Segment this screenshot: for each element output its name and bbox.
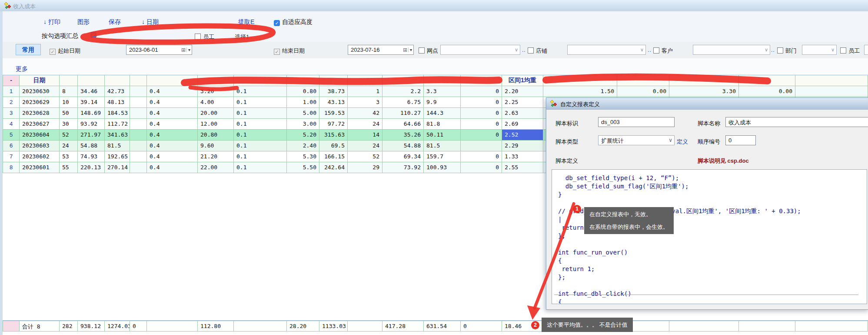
script-name-input[interactable]: 收入成本 xyxy=(725,117,868,127)
table-cell[interactable]: 20230604 xyxy=(20,130,60,141)
save-button[interactable]: 保存 xyxy=(109,18,121,26)
table-cell[interactable]: 54.88 xyxy=(78,141,105,151)
row-number-cell[interactable]: 1 xyxy=(3,86,20,97)
totals-cell[interactable]: 28.20 xyxy=(287,321,319,332)
column-header[interactable] xyxy=(78,75,105,86)
table-cell[interactable]: 12.00 xyxy=(198,119,234,130)
table-cell[interactable]: 30 xyxy=(60,119,78,130)
table-cell[interactable]: 64.66 xyxy=(382,119,424,130)
table-cell[interactable] xyxy=(130,97,147,108)
table-cell[interactable]: 0.1 xyxy=(234,86,287,97)
end-date-input[interactable]: 2023-07-16 ⊞ ▾ xyxy=(348,45,414,55)
totals-cell[interactable]: 631.54 xyxy=(424,321,461,332)
table-cell[interactable]: 34.46 xyxy=(78,86,105,97)
table-cell[interactable]: 3 xyxy=(348,97,382,108)
row-number-cell[interactable]: 2 xyxy=(3,97,20,108)
table-cell[interactable]: 0.4 xyxy=(147,108,198,119)
table-cell[interactable]: 2.29 xyxy=(502,141,543,151)
column-header[interactable] xyxy=(795,75,868,86)
site-more-button[interactable]: .. xyxy=(522,47,526,53)
table-cell[interactable]: 100.93 xyxy=(424,162,461,173)
totals-cell[interactable] xyxy=(234,321,287,332)
print-button[interactable]: ↓打印 xyxy=(43,18,60,26)
table-cell[interactable]: 159.7 xyxy=(424,151,461,162)
table-cell[interactable]: 1.50 xyxy=(543,86,617,97)
table-cell[interactable]: 0.4 xyxy=(147,162,198,173)
table-cell[interactable]: 38.73 xyxy=(319,86,348,97)
table-cell[interactable]: 148.69 xyxy=(78,108,105,119)
define-link[interactable]: 定义 xyxy=(677,138,688,146)
totals-cell[interactable]: 1274.03 xyxy=(105,321,130,332)
table-cell[interactable]: 97.72 xyxy=(319,119,348,130)
table-cell[interactable]: 53 xyxy=(60,151,78,162)
customer-more-button[interactable]: .. xyxy=(771,47,775,53)
table-cell[interactable]: 1.00 xyxy=(287,97,319,108)
row-number-cell[interactable]: 3 xyxy=(3,108,20,119)
table-cell[interactable]: 20230629 xyxy=(20,97,60,108)
column-header[interactable] xyxy=(424,75,461,86)
table-cell[interactable]: 2.2 xyxy=(382,86,424,97)
table-cell[interactable]: 48.13 xyxy=(105,97,130,108)
more-link[interactable]: 更多 xyxy=(16,65,28,73)
column-header[interactable] xyxy=(319,75,348,86)
table-cell[interactable]: 0.1 xyxy=(234,119,287,130)
table-cell[interactable]: 159.53 xyxy=(319,108,348,119)
table-cell[interactable]: 192.65 xyxy=(105,151,130,162)
start-date-input[interactable]: 2023-06-01 ⊞ ▾ xyxy=(126,45,192,55)
table-cell[interactable]: 271.97 xyxy=(78,130,105,141)
table-cell[interactable]: 0.1 xyxy=(234,97,287,108)
table-cell[interactable]: 2.25 xyxy=(502,97,543,108)
site-checkbox[interactable]: 网点 xyxy=(419,47,438,55)
table-cell[interactable]: 20230601 xyxy=(20,162,60,173)
dialog-titlebar[interactable]: 自定义报表定义 xyxy=(546,98,868,110)
extract-button[interactable]: 提取E xyxy=(238,18,254,26)
table-cell[interactable] xyxy=(130,141,147,151)
totals-cell[interactable]: 282 xyxy=(60,321,78,332)
table-cell[interactable]: 341.63 xyxy=(105,130,130,141)
totals-cell[interactable]: 112.80 xyxy=(198,321,234,332)
table-cell[interactable]: 29 xyxy=(348,162,382,173)
doc-note[interactable]: 脚本说明见 csp.doc xyxy=(698,157,749,165)
table-cell[interactable] xyxy=(461,141,502,151)
table-cell[interactable]: 20230603 xyxy=(20,141,60,151)
table-cell[interactable]: 5.00 xyxy=(287,108,319,119)
table-cell[interactable]: 270.14 xyxy=(105,162,130,173)
table-cell[interactable]: 20230630 xyxy=(20,86,60,97)
store-more-button[interactable]: .. xyxy=(648,47,652,53)
start-date-checkbox[interactable]: ✓起始日期 xyxy=(50,47,80,55)
table-cell[interactable]: 20.00 xyxy=(198,108,234,119)
department-checkbox[interactable]: 部门 xyxy=(777,47,797,55)
autofit-checkbox[interactable]: ✓自适应高度 xyxy=(274,18,313,26)
table-cell[interactable]: 144.3 xyxy=(424,108,461,119)
table-cell[interactable]: 4.00 xyxy=(198,97,234,108)
table-cell[interactable]: 3.00 xyxy=(287,119,319,130)
table-cell[interactable]: 2.69 xyxy=(502,119,543,130)
table-cell[interactable]: 5.50 xyxy=(287,162,319,173)
table-cell[interactable] xyxy=(795,86,868,97)
table-cell[interactable]: 0.1 xyxy=(234,162,287,173)
table-cell[interactable] xyxy=(130,119,147,130)
table-cell[interactable]: 0 xyxy=(461,108,502,119)
table-cell[interactable]: 50.11 xyxy=(424,130,461,141)
table-cell[interactable]: 24 xyxy=(348,119,382,130)
table-cell[interactable]: 3.3 xyxy=(424,86,461,97)
column-header[interactable] xyxy=(198,75,234,86)
table-cell[interactable]: 10 xyxy=(60,97,78,108)
table-cell[interactable]: 0 xyxy=(461,162,502,173)
row-number-cell[interactable]: 4 xyxy=(3,119,20,130)
table-cell[interactable]: 0.1 xyxy=(234,130,287,141)
table-cell[interactable]: 39.14 xyxy=(78,97,105,108)
table-cell[interactable] xyxy=(130,151,147,162)
table-cell[interactable]: 0.4 xyxy=(147,119,198,130)
table-cell[interactable]: 9.60 xyxy=(198,141,234,151)
table-cell[interactable]: 2.55 xyxy=(502,162,543,173)
table-cell[interactable] xyxy=(795,321,868,332)
totals-cell[interactable]: 1133.03 xyxy=(319,321,348,332)
totals-cell[interactable]: 0 xyxy=(461,321,502,332)
table-cell[interactable]: 52 xyxy=(60,130,78,141)
table-cell[interactable]: 74.93 xyxy=(78,151,105,162)
table-cell[interactable]: 42.73 xyxy=(105,86,130,97)
column-header-interval-avg[interactable]: 区间1均重 xyxy=(502,75,543,86)
department-combo[interactable]: ∨ xyxy=(802,45,837,55)
column-header[interactable] xyxy=(617,75,669,86)
